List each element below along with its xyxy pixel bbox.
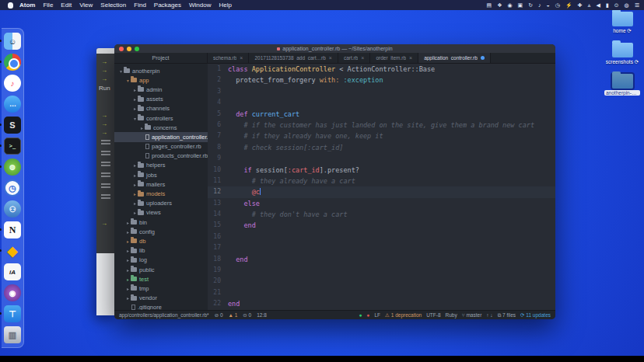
disclosure-collapsed-icon[interactable]: ▸ — [132, 210, 138, 215]
clock-icon[interactable]: ◷ — [555, 2, 560, 9]
dock-item-tweetbot[interactable]: ⚇ — [4, 200, 21, 218]
linter-info[interactable]: ⊙ 0 — [243, 312, 251, 318]
disclosure-collapsed-icon[interactable]: ▸ — [132, 182, 138, 187]
disclosure-collapsed-icon[interactable]: ▸ — [125, 295, 131, 301]
tree-item-admin[interactable]: ▸admin — [114, 85, 208, 94]
tree-item-controllers[interactable]: ▾controllers — [114, 113, 208, 123]
git-branch[interactable]: ⑂ master — [462, 312, 482, 318]
run-arrow-icon[interactable]: → — [96, 111, 116, 120]
run-arrow-icon[interactable]: → — [96, 66, 116, 75]
disclosure-expanded-icon[interactable]: ▾ — [118, 68, 124, 74]
code-line-2[interactable]: 2 protect_from_forgery with: :exception — [208, 75, 555, 85]
tree-item-app[interactable]: ▾app — [114, 75, 208, 85]
tree-item-jobs[interactable]: ▸jobs — [114, 170, 208, 179]
disclosure-collapsed-icon[interactable]: ▸ — [125, 257, 131, 263]
tab-order-item-rb[interactable]: order_item.rb× — [370, 53, 418, 63]
code-line-6[interactable]: 6 # if the customer has just landed on t… — [208, 120, 555, 131]
code-line-9[interactable]: 9 — [208, 153, 555, 164]
code-line-4[interactable]: 4 — [208, 97, 555, 108]
run-arrow-icon[interactable]: → — [96, 75, 116, 83]
code-line-7[interactable]: 7 # if they already have one, keep it — [208, 131, 555, 141]
battery-icon[interactable]: ▮ — [606, 2, 609, 9]
disclosure-collapsed-icon[interactable]: ▸ — [125, 229, 131, 235]
tab-project[interactable]: Project — [114, 53, 208, 63]
code-line-15[interactable]: 15 end — [208, 220, 555, 231]
tree-item-test[interactable]: ▸test — [114, 274, 208, 284]
code-line-20[interactable]: 20 — [208, 276, 555, 287]
disclosure-collapsed-icon[interactable]: ▸ — [132, 162, 138, 168]
run-button[interactable]: Run — [96, 83, 116, 94]
dock-item-finder[interactable]: ☺ — [4, 33, 21, 50]
code-line-17[interactable]: 17 — [208, 242, 555, 253]
code-line-5[interactable]: 5 def current_cart — [208, 109, 555, 120]
disclosure-collapsed-icon[interactable]: ▸ — [132, 172, 138, 178]
disclosure-collapsed-icon[interactable]: ▸ — [139, 125, 145, 131]
code-line-22[interactable]: 22end — [208, 298, 555, 309]
tree-item-tmp[interactable]: ▸tmp — [114, 284, 208, 293]
tab-close-icon[interactable]: × — [409, 55, 412, 61]
menu-item-find[interactable]: Find — [134, 2, 146, 9]
menu-item-view[interactable]: View — [79, 2, 93, 9]
sync-icon[interactable]: ↻ — [528, 2, 533, 9]
disclosure-collapsed-icon[interactable]: ▸ — [125, 267, 131, 273]
tab-20171128153738-add-cart-rb[interactable]: 20171128153738_add_cart…rb× — [249, 53, 338, 63]
dock-item-messages[interactable]: … — [4, 96, 21, 113]
menu-item-selection[interactable]: Selection — [100, 2, 126, 9]
dock-item-sketch[interactable]: ◆ — [4, 242, 21, 259]
tree-item-helpers[interactable]: ▸helpers — [114, 161, 208, 170]
dock-item-itunes[interactable]: ♪ — [4, 75, 21, 92]
display-icon[interactable]: ▤ — [487, 2, 492, 9]
siri-icon[interactable]: ◍ — [625, 2, 629, 9]
tab-application-controller-rb[interactable]: application_controller.rb — [418, 53, 491, 63]
menu-item-window[interactable]: Window — [189, 2, 211, 9]
tree-item-channels[interactable]: ▸channels — [114, 104, 208, 113]
tree-item--gitignore[interactable]: .gitignore — [114, 303, 208, 310]
menu-item-packages[interactable]: Packages — [154, 2, 181, 9]
dock-item-timing[interactable]: ◷ — [4, 179, 21, 197]
menu-item-atom[interactable]: Atom — [19, 2, 35, 9]
code-line-8[interactable]: 8 # check session[:cart_id] — [208, 142, 555, 153]
tree-item-bin[interactable]: ▸bin — [114, 218, 208, 227]
disclosure-collapsed-icon[interactable]: ▸ — [132, 200, 138, 206]
tree-item-products-controller-rb[interactable]: products_controller.rb — [114, 151, 208, 161]
run-arrow-icon[interactable]: → — [96, 219, 116, 228]
tab-cart-rb[interactable]: cart.rb× — [338, 53, 371, 63]
timer-icon[interactable]: ◒ — [547, 2, 550, 8]
tree-item-application-controller-rb[interactable]: application_controller.rb — [114, 132, 208, 141]
tree-item-uploaders[interactable]: ▸uploaders — [114, 199, 208, 208]
disclosure-collapsed-icon[interactable]: ▸ — [132, 87, 138, 92]
tree-item-mailers[interactable]: ▸mailers — [114, 179, 208, 189]
dock-item-notion[interactable]: N — [4, 221, 21, 238]
run-arrow-icon[interactable]: → — [96, 128, 116, 137]
linter-warnings[interactable]: ▲ 1 — [229, 312, 238, 318]
tab-close-icon[interactable]: × — [361, 55, 364, 61]
background-window[interactable]: →→→Run→→→→ — [96, 48, 116, 315]
code-line-1[interactable]: 1class ApplicationController < ActionCon… — [208, 64, 555, 75]
grammar[interactable]: Ruby — [446, 312, 457, 318]
apple-menu-icon[interactable] — [8, 2, 13, 9]
tab-close-icon[interactable]: × — [329, 55, 332, 61]
code-line-21[interactable]: 21 — [208, 287, 555, 298]
tree-item-log[interactable]: ▸log — [114, 256, 208, 265]
code-line-16[interactable]: 16 — [208, 231, 555, 242]
tree-item-vendor[interactable]: ▸vendor — [114, 294, 208, 303]
tree-item-public[interactable]: ▸public — [114, 265, 208, 274]
dock-item-slack[interactable]: S — [4, 117, 21, 134]
tree-item-config[interactable]: ▸config — [114, 227, 208, 236]
disclosure-collapsed-icon[interactable]: ▸ — [125, 220, 131, 225]
disclosure-collapsed-icon[interactable]: ▸ — [132, 191, 138, 197]
run-arrow-icon[interactable]: → — [96, 57, 116, 66]
dock-item-robo3t[interactable]: ◍ — [4, 158, 21, 176]
desktop-folder-screenshots[interactable]: screenshots ⟳ — [605, 40, 639, 65]
dock-item-keynote[interactable]: ⊤ — [4, 305, 21, 322]
tree-item-views[interactable]: ▸views — [114, 208, 208, 218]
desktop-folder-home[interactable]: home ⟳ — [605, 9, 639, 34]
dock-item-chrome[interactable] — [4, 54, 21, 71]
tree-item-models[interactable]: ▸models — [114, 189, 208, 198]
code-line-3[interactable]: 3 — [208, 86, 555, 97]
tree-item-assets[interactable]: ▸assets — [114, 95, 208, 104]
tree-item-concerns[interactable]: ▸concerns — [114, 123, 208, 132]
plus-icon[interactable]: ✚ — [578, 2, 583, 9]
tree-item-db[interactable]: ▸db — [114, 236, 208, 245]
tree-item-anotherpin[interactable]: ▾anotherpin — [114, 66, 208, 75]
